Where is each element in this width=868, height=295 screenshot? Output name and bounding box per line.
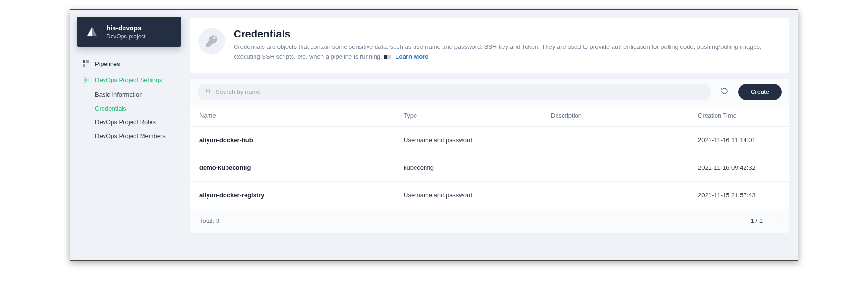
sidebar-item-label: DevOps Project Settings [95, 76, 162, 83]
learn-more-icon [384, 55, 391, 59]
svg-rect-4 [83, 64, 85, 67]
cell-creation-time: 2021-11-16 09:42:32 [698, 164, 780, 171]
page-description-text: Credentials are objects that contain som… [234, 43, 762, 60]
cell-name: aliyun-docker-registry [199, 192, 404, 199]
credentials-table: Name Type Description Creation Time aliy… [190, 105, 789, 209]
gear-icon [82, 75, 90, 84]
pager: ← 1 / 1 → [734, 217, 780, 225]
sidebar-subitem[interactable]: DevOps Project Members [95, 129, 181, 143]
table-row[interactable]: aliyun-docker-registryUsername and passw… [190, 182, 789, 209]
main: Credentials Credentials are objects that… [186, 10, 798, 260]
learn-more-link[interactable]: Learn More [396, 53, 429, 60]
table-row[interactable]: demo-kubeconfigkubeconfig2021-11-16 09:4… [190, 154, 789, 182]
arrow-right-icon: → [772, 217, 780, 225]
project-logo-icon [84, 23, 101, 40]
cell-name: aliyun-docker-hub [199, 137, 404, 144]
page-title: Credentials [234, 28, 778, 40]
total-label: Total: 3 [199, 217, 219, 224]
page-banner: Credentials Credentials are objects that… [190, 18, 789, 73]
search-input[interactable] [216, 88, 703, 95]
key-icon [198, 28, 225, 55]
prev-page-button[interactable]: ← [734, 217, 741, 225]
sidebar-subitem[interactable]: Basic Information [95, 88, 181, 101]
cell-creation-time: 2021-11-16 11:14:01 [698, 137, 780, 144]
svg-rect-2 [83, 60, 85, 63]
content-card: Create Name Type Description Creation Ti… [190, 79, 789, 233]
cell-creation-time: 2021-11-15 21:57:43 [698, 192, 780, 199]
project-name: his-devops [106, 24, 146, 32]
page-label: 1 / 1 [751, 217, 763, 224]
table-body: aliyun-docker-hubUsername and password20… [190, 127, 789, 209]
cell-type: kubeconfig [404, 164, 551, 171]
search-icon [205, 88, 212, 96]
refresh-icon [721, 87, 728, 96]
th-type: Type [404, 112, 551, 119]
sidebar-subnav: Basic InformationCredentialsDevOps Proje… [77, 88, 181, 143]
svg-marker-1 [92, 27, 97, 36]
banner-text: Credentials Credentials are objects that… [234, 28, 778, 62]
table-row[interactable]: aliyun-docker-hubUsername and password20… [190, 127, 789, 154]
sidebar-item-pipelines[interactable]: Pipelines [77, 55, 181, 72]
pipelines-icon [82, 59, 90, 68]
cell-name: demo-kubeconfig [199, 164, 404, 171]
toolbar: Create [190, 79, 789, 105]
sidebar: his-devops DevOps project Pipelines DevO… [70, 10, 186, 260]
svg-line-7 [209, 92, 211, 93]
svg-rect-3 [86, 60, 89, 63]
th-description: Description [551, 112, 698, 119]
svg-point-6 [206, 89, 210, 92]
search-wrap[interactable] [198, 84, 711, 100]
sidebar-nav: Pipelines DevOps Project Settings [77, 55, 181, 88]
table-header: Name Type Description Creation Time [190, 105, 789, 127]
cell-type: Username and password [404, 137, 551, 144]
cell-type: Username and password [404, 192, 551, 199]
sidebar-item-label: Pipelines [95, 60, 120, 67]
th-creation-time: Creation Time [698, 112, 780, 119]
sidebar-subitem[interactable]: DevOps Project Roles [95, 115, 181, 129]
create-button[interactable]: Create [738, 84, 782, 100]
page-description: Credentials are objects that contain som… [234, 42, 778, 62]
arrow-left-icon: ← [734, 217, 741, 225]
sidebar-item-settings[interactable]: DevOps Project Settings [77, 72, 181, 88]
next-page-button[interactable]: → [772, 217, 780, 225]
refresh-button[interactable] [717, 85, 732, 99]
svg-marker-0 [87, 27, 92, 36]
app-frame: his-devops DevOps project Pipelines DevO… [70, 9, 798, 261]
th-name: Name [199, 112, 404, 119]
project-header[interactable]: his-devops DevOps project [77, 17, 181, 47]
svg-point-5 [85, 79, 87, 81]
sidebar-subitem[interactable]: Credentials [95, 101, 181, 115]
table-footer: Total: 3 ← 1 / 1 → [190, 209, 789, 233]
project-subtitle: DevOps project [106, 33, 146, 40]
project-header-text: his-devops DevOps project [106, 24, 146, 40]
